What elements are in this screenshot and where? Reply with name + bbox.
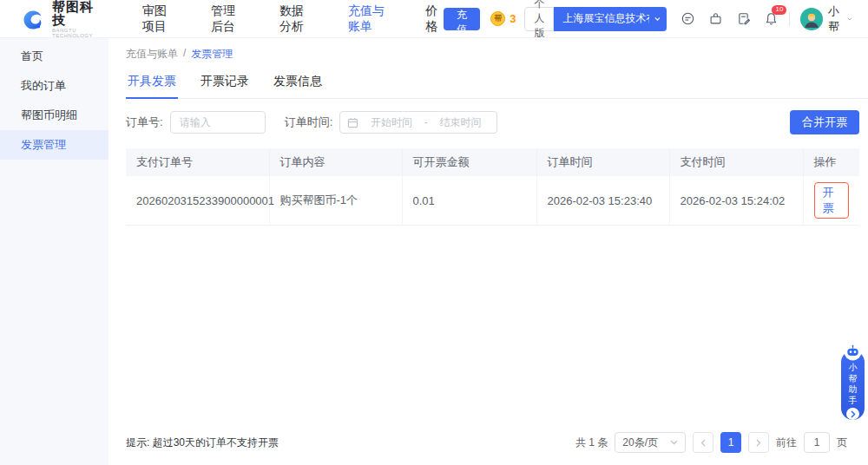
col-order-content: 订单内容 <box>269 148 402 176</box>
breadcrumb-current: 发票管理 <box>191 47 233 62</box>
coin-icon: 帮 <box>490 11 505 26</box>
page-size-select[interactable]: 20条/页 <box>615 432 686 453</box>
support-icon[interactable] <box>681 11 695 26</box>
order-time-label: 订单时间: <box>285 115 333 130</box>
col-pay-order-no: 支付订单号 <box>126 148 269 176</box>
robot-icon <box>844 343 862 361</box>
col-pay-time: 支付时间 <box>669 148 803 176</box>
pagination: 共 1 条 20条/页 1 前往 页 <box>575 432 847 453</box>
filter-bar: 订单号: 订单时间: 开始时间 - 结束时间 合并开票 <box>108 99 868 145</box>
goto-suffix: 页 <box>837 436 847 450</box>
breadcrumb-separator: / <box>183 47 186 62</box>
order-time-range-picker[interactable]: 开始时间 - 结束时间 <box>339 111 497 134</box>
issue-invoice-button[interactable]: 开票 <box>814 182 850 219</box>
breadcrumb-parent[interactable]: 充值与账单 <box>126 47 178 62</box>
breadcrumb: 充值与账单 / 发票管理 <box>108 38 868 67</box>
coin-balance[interactable]: 帮 3 <box>490 11 516 26</box>
header-divider <box>789 12 790 26</box>
company-dropdown[interactable]: 上海展宝信息技术有限... <box>554 7 667 31</box>
header-icons: 10 <box>681 11 779 26</box>
footer-bar: 提示: 超过30天的订单不支持开票 共 1 条 20条/页 1 前往 页 <box>108 423 868 465</box>
package-icon[interactable] <box>708 11 723 26</box>
logo-subtitle: BANGTU TECHNOLOGY <box>52 28 102 38</box>
nav-item-data-analysis[interactable]: 数据分析 <box>279 3 315 35</box>
invoice-hint-text: 提示: 超过30天的订单不支持开票 <box>126 436 279 450</box>
table-header-row: 支付订单号 订单内容 可开票金额 订单时间 支付时间 操作 <box>126 148 859 176</box>
sidebar-item-coin-details[interactable]: 帮图币明细 <box>0 101 108 130</box>
chevron-down-icon <box>654 16 661 22</box>
sidebar-item-my-orders[interactable]: 我的订单 <box>0 71 108 101</box>
cell-pay-time: 2026-02-03 15:24:02 <box>669 176 803 226</box>
start-time-placeholder: 开始时间 <box>362 115 421 130</box>
company-name: 上海展宝信息技术有限... <box>562 11 648 26</box>
col-order-time: 订单时间 <box>536 148 669 176</box>
invoice-tabs: 开具发票 开票记录 发票信息 <box>126 67 868 99</box>
order-no-input[interactable] <box>170 111 266 134</box>
cell-amount: 0.01 <box>402 176 536 226</box>
header-right: 充值 帮 3 个人版 上海展宝信息技术有限... <box>444 3 852 35</box>
prev-page-button[interactable] <box>693 432 713 453</box>
cell-order-content: 购买帮图币-1个 <box>269 176 402 226</box>
goto-page-input[interactable] <box>804 432 830 453</box>
assistant-label: 小帮助手 <box>848 363 858 406</box>
merge-invoice-button[interactable]: 合并开票 <box>790 110 859 134</box>
feedback-form-icon[interactable] <box>736 11 751 26</box>
top-header: 帮图科技 BANGTU TECHNOLOGY 审图项目 管理后台 数据分析 充值… <box>0 0 868 38</box>
table-row: 2026020315233900000001 购买帮图币-1个 0.01 202… <box>126 176 859 226</box>
tab-issue-invoice[interactable]: 开具发票 <box>126 67 178 99</box>
cell-pay-order-no: 2026020315233900000001 <box>126 176 269 226</box>
assistant-expand-icon <box>846 408 859 420</box>
main-content: 充值与账单 / 发票管理 开具发票 开票记录 发票信息 订单号: 订单时间: 开… <box>108 38 868 465</box>
chevron-left-icon <box>700 439 706 447</box>
nav-item-review-projects[interactable]: 审图项目 <box>142 3 178 35</box>
next-page-button[interactable] <box>748 432 769 453</box>
cell-order-time: 2026-02-03 15:23:40 <box>536 176 669 226</box>
select-chevron-down-icon <box>670 440 678 445</box>
nav-item-admin-console[interactable]: 管理后台 <box>211 3 247 35</box>
col-invoiceable-amount: 可开票金额 <box>402 148 536 176</box>
end-time-placeholder: 结束时间 <box>431 115 490 130</box>
sidebar-item-invoice-management[interactable]: 发票管理 <box>0 130 108 160</box>
user-menu[interactable]: 小帮 <box>800 3 852 35</box>
goto-label: 前往 <box>776 436 797 450</box>
chevron-right-icon <box>756 439 761 447</box>
main-nav: 审图项目 管理后台 数据分析 充值与账单 价格 <box>142 3 444 35</box>
notification-badge: 10 <box>772 5 786 15</box>
invoice-table-wrap: 支付订单号 订单内容 可开票金额 订单时间 支付时间 操作 2026020315… <box>108 145 868 226</box>
invoice-table: 支付订单号 订单内容 可开票金额 订单时间 支付时间 操作 2026020315… <box>126 148 859 226</box>
tab-invoice-info[interactable]: 发票信息 <box>272 67 324 99</box>
nav-item-pricing[interactable]: 价格 <box>425 3 444 35</box>
pagination-total: 共 1 条 <box>575 436 608 450</box>
logo-title: 帮图科技 <box>52 0 102 26</box>
personal-edition-button[interactable]: 个人版 <box>524 7 554 31</box>
recharge-button[interactable]: 充值 <box>444 8 480 30</box>
user-chevron-down-icon <box>847 16 852 22</box>
user-name: 小帮 <box>828 3 842 35</box>
sidebar-item-home[interactable]: 首页 <box>0 42 108 71</box>
sidebar: 首页 我的订单 帮图币明细 发票管理 <box>0 38 108 465</box>
notification-bell-icon[interactable]: 10 <box>764 11 779 26</box>
logo-bird-icon <box>21 7 45 31</box>
page-number-1[interactable]: 1 <box>720 432 741 453</box>
order-no-label: 订单号: <box>126 115 163 130</box>
workspace-switcher: 个人版 上海展宝信息技术有限... <box>524 7 667 31</box>
avatar <box>800 8 823 30</box>
app-logo[interactable]: 帮图科技 BANGTU TECHNOLOGY <box>21 0 102 38</box>
range-separator: - <box>424 116 428 128</box>
coin-count: 3 <box>510 12 516 25</box>
calendar-icon <box>347 117 358 128</box>
assistant-widget[interactable]: 小帮助手 <box>841 350 865 420</box>
nav-item-billing[interactable]: 充值与账单 <box>348 3 392 35</box>
tab-invoice-records[interactable]: 开票记录 <box>199 67 251 99</box>
page-size-value: 20条/页 <box>622 436 658 450</box>
col-actions: 操作 <box>803 148 859 176</box>
